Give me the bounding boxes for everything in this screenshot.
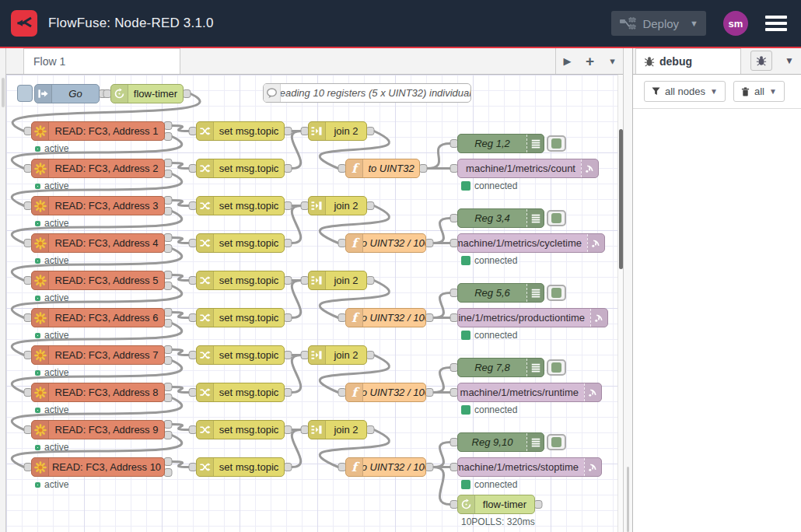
node-set6[interactable]: set msg.topic [196, 308, 285, 327]
node-join5[interactable]: join 2 [308, 420, 367, 439]
port[interactable] [164, 394, 172, 402]
node-timer_top[interactable]: flow-timer [110, 84, 184, 103]
port[interactable] [284, 426, 292, 434]
node-read8[interactable]: READ: FC3, Address 8 [31, 383, 165, 402]
node-dbg4[interactable]: Reg 7,8 [457, 358, 544, 377]
port[interactable] [425, 314, 433, 322]
node-set2[interactable]: set msg.topic [196, 159, 285, 178]
port[interactable] [284, 352, 292, 359]
inject-button[interactable] [17, 85, 33, 102]
node-comment[interactable]: Reading 10 registers (5 x UINT32) indivi… [263, 83, 471, 103]
port[interactable] [164, 469, 172, 477]
node-mqtt3[interactable]: machine/1/metrics/productiontime [457, 308, 608, 327]
node-dbg2[interactable]: Reg 3,4 [457, 208, 544, 228]
node-set10[interactable]: set msg.topic [196, 457, 285, 477]
node-read7[interactable]: READ: FC3, Address 7 [31, 345, 165, 365]
port[interactable] [164, 122, 172, 130]
node-dbg1[interactable]: Reg 1,2 [457, 134, 544, 153]
node-dbg5[interactable]: Reg 9,10 [457, 432, 544, 452]
port[interactable] [284, 389, 292, 397]
node-mqtt4[interactable]: machine/1/metrics/runtime [457, 383, 602, 402]
flow-canvas[interactable]: Goflow-timerReading 10 registers (5 x UI… [6, 75, 617, 532]
port[interactable] [164, 320, 172, 327]
add-flow-button[interactable]: + [579, 48, 601, 74]
port[interactable] [164, 346, 172, 354]
debug-enable-toggle[interactable] [547, 359, 566, 376]
node-mqtt5[interactable]: machine/1/metrics/stoptime [457, 457, 602, 477]
node-mqtt1[interactable]: machine/1/metrics/count [457, 159, 599, 178]
node-set4[interactable]: set msg.topic [196, 233, 285, 253]
port[interactable] [164, 383, 172, 391]
port[interactable] [183, 90, 191, 98]
port[interactable] [164, 133, 172, 141]
clear-messages-button[interactable]: all ▼ [733, 81, 785, 102]
port[interactable] [284, 277, 292, 285]
debug-enable-toggle[interactable] [547, 135, 566, 152]
run-flow-button[interactable]: ▶ [556, 48, 579, 74]
canvas-vertical-scrollbar[interactable] [617, 75, 623, 532]
user-avatar[interactable]: sm [723, 11, 748, 36]
node-read3[interactable]: READ: FC3, Address 3 [31, 196, 165, 215]
port[interactable] [164, 458, 172, 466]
main-menu-button[interactable] [765, 16, 787, 31]
node-read4[interactable]: READ: FC3, Address 4 [31, 233, 165, 253]
port[interactable] [164, 421, 172, 429]
node-set5[interactable]: set msg.topic [196, 271, 285, 290]
node-read1[interactable]: READ: FC3, Address 1 [31, 121, 165, 141]
node-fn3[interactable]: fto UINT32 / 100 [345, 308, 426, 327]
port[interactable] [366, 277, 374, 285]
node-set1[interactable]: set msg.topic [196, 121, 285, 141]
sidebar-splitter[interactable] [623, 48, 633, 532]
node-fn2[interactable]: fto UINT32 / 100 [345, 233, 426, 253]
port[interactable] [164, 159, 172, 167]
deploy-caret-icon[interactable]: ▼ [690, 19, 698, 28]
node-join3[interactable]: join 2 [308, 271, 367, 290]
node-set3[interactable]: set msg.topic [196, 196, 285, 215]
filter-nodes-button[interactable]: all nodes ▼ [644, 81, 726, 102]
node-set8[interactable]: set msg.topic [196, 383, 285, 402]
port[interactable] [164, 357, 172, 365]
node-mqtt2[interactable]: machine/1/metrics/cycletime [457, 233, 605, 253]
port[interactable] [366, 202, 374, 210]
node-join4[interactable]: join 2 [308, 345, 367, 365]
node-read6[interactable]: READ: FC3, Address 6 [31, 308, 165, 327]
node-fn4[interactable]: fto UINT32 / 100 [345, 383, 426, 402]
node-timer_bottom[interactable]: flow-timer [457, 495, 535, 514]
node-join2[interactable]: join 2 [308, 196, 367, 215]
debug-enable-toggle[interactable] [547, 285, 566, 301]
port[interactable] [164, 271, 172, 279]
port[interactable] [366, 426, 374, 434]
port[interactable] [164, 208, 172, 215]
port[interactable] [164, 245, 172, 253]
port[interactable] [366, 128, 374, 135]
port[interactable] [534, 501, 542, 509]
port[interactable] [419, 165, 427, 173]
palette-strip[interactable] [0, 48, 6, 532]
port[interactable] [284, 128, 292, 135]
port[interactable] [366, 352, 374, 359]
node-join1[interactable]: join 2 [308, 121, 367, 141]
port[interactable] [164, 170, 172, 178]
port[interactable] [164, 282, 172, 290]
port[interactable] [284, 240, 292, 247]
port[interactable] [284, 464, 292, 471]
debug-enable-toggle[interactable] [547, 434, 566, 450]
port[interactable] [425, 464, 433, 471]
debug-nodes-toggle-button[interactable] [750, 51, 772, 71]
node-fn5[interactable]: fto UINT32 / 100 [345, 457, 426, 477]
node-dbg3[interactable]: Reg 5,6 [457, 283, 544, 303]
port[interactable] [164, 309, 172, 317]
port[interactable] [425, 240, 433, 247]
node-fn1[interactable]: fto UINT32 [345, 159, 420, 178]
node-read10[interactable]: READ: FC3, Address 10 [31, 457, 165, 477]
port[interactable] [284, 202, 292, 210]
node-read2[interactable]: READ: FC3, Address 2 [31, 159, 165, 178]
node-read5[interactable]: READ: FC3, Address 5 [31, 271, 165, 290]
debug-messages-panel[interactable] [633, 109, 801, 532]
node-read9[interactable]: READ: FC3, Address 9 [31, 420, 165, 439]
node-set9[interactable]: set msg.topic [196, 420, 285, 439]
deploy-button[interactable]: Deploy ▼ [611, 11, 706, 36]
flow-list-caret-icon[interactable]: ▾ [601, 48, 624, 74]
port[interactable] [164, 234, 172, 242]
port[interactable] [164, 432, 172, 439]
